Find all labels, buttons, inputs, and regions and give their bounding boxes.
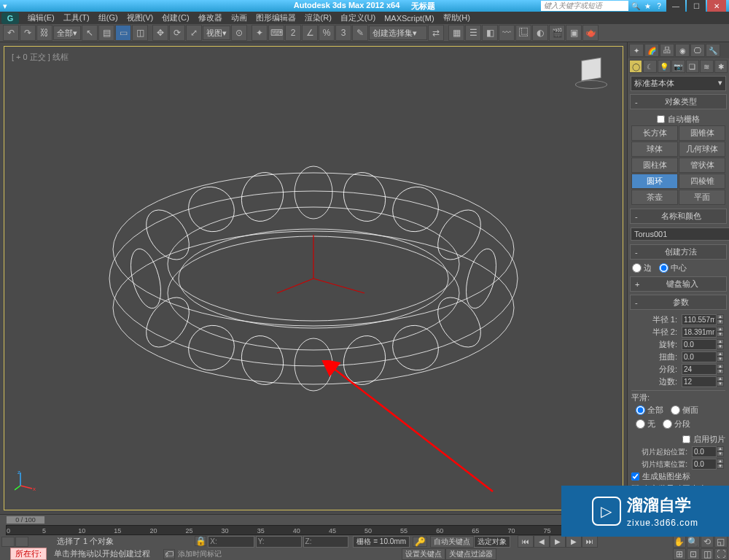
render-icon[interactable]: 🫖 (582, 25, 599, 41)
schematic-icon[interactable]: ⿺ (515, 25, 531, 41)
snap-angle-icon[interactable]: ∠ (302, 25, 318, 41)
snap-percent-icon[interactable]: % (319, 25, 335, 41)
viewport-label[interactable]: [ + 0 正交 ] 线框 (12, 52, 69, 63)
named-selection[interactable]: 创建选择集 ▾ (369, 26, 427, 40)
auto-key-button[interactable]: 自动关键点 (430, 536, 474, 548)
align-icon[interactable]: ▦ (448, 25, 464, 41)
subtab-geometry-icon[interactable]: ◯ (629, 60, 642, 73)
edit-named-sel-icon[interactable]: ✎ (352, 25, 368, 41)
slice-on-checkbox[interactable] (682, 435, 690, 443)
prim-pyramid[interactable]: 四棱锥 (679, 174, 725, 189)
next-frame-icon[interactable]: ▶ (566, 535, 582, 548)
menu-view[interactable]: 视图(V) (122, 12, 158, 23)
viewcube[interactable] (572, 54, 611, 93)
coord-y[interactable]: Y: (256, 536, 302, 548)
play-icon[interactable]: ▶ (550, 535, 566, 548)
layers-icon[interactable]: ☰ (465, 25, 481, 41)
infocenter-icon[interactable]: 🔍 (630, 1, 642, 11)
prim-cone[interactable]: 圆锥体 (679, 125, 725, 141)
nav-region-icon[interactable]: ◫ (701, 548, 714, 560)
smooth-all[interactable]: 全部 (636, 405, 663, 416)
rollout-parameters[interactable]: 参数 (630, 295, 727, 310)
menu-group[interactable]: 组(G) (94, 12, 122, 23)
move-icon[interactable]: ✥ (152, 25, 168, 41)
rollout-name-color[interactable]: 名称和颜色 (630, 209, 727, 224)
viewport[interactable]: [ + 0 正交 ] 线框 (4, 46, 623, 510)
geometry-category[interactable]: 标准基本体▾ (631, 76, 726, 91)
mirror-icon[interactable]: ⇄ (428, 25, 444, 41)
coord-x[interactable]: X: (208, 536, 254, 548)
keyboard-shortcut-icon[interactable]: ⌨ (268, 25, 284, 41)
graphite-icon[interactable]: ◧ (482, 25, 498, 41)
ref-coord-system[interactable]: 视图 ▾ (203, 26, 230, 40)
tab-create-icon[interactable]: ✦ (629, 44, 644, 57)
prim-torus[interactable]: 圆环 (631, 174, 678, 189)
search-input[interactable]: 键入关键字或短语 (541, 1, 628, 11)
key-icon[interactable]: 🔑 (413, 537, 427, 547)
menu-graph-editors[interactable]: 图形编辑器 (252, 12, 300, 23)
nav-zoom-icon[interactable]: 🔍 (687, 536, 700, 548)
select-icon[interactable]: ↖ (82, 25, 98, 41)
nav-fov-icon[interactable]: ◱ (714, 536, 728, 548)
menu-customize[interactable]: 自定义(U) (336, 12, 380, 23)
menu-render[interactable]: 渲染(R) (300, 12, 336, 23)
nav-zoom-all-icon[interactable]: ⊞ (673, 548, 686, 560)
rotation-spinner[interactable]: ▲▼ (682, 339, 724, 350)
smooth-none[interactable]: 无 (636, 419, 655, 429)
goto-end-icon[interactable]: ⏭ (582, 535, 598, 548)
menu-animation[interactable]: 动画 (227, 12, 252, 23)
minimize-button[interactable]: — (666, 0, 685, 12)
prim-tube[interactable]: 管状体 (679, 158, 725, 173)
subtab-spacewarps-icon[interactable]: ≋ (700, 60, 713, 73)
link-icon[interactable]: ⛓ (36, 25, 52, 41)
tab-hierarchy-icon[interactable]: 品 (660, 44, 674, 57)
nav-orbit-icon[interactable]: ⟲ (701, 536, 714, 548)
tab-utilities-icon[interactable]: 🔧 (706, 44, 720, 57)
prim-teapot[interactable]: 茶壶 (631, 190, 678, 205)
render-frame-icon[interactable]: ▣ (566, 25, 582, 41)
prim-box[interactable]: 长方体 (631, 125, 678, 141)
prev-frame-icon[interactable]: ◀ (534, 535, 550, 548)
manipulate-icon[interactable]: ✦ (252, 25, 268, 41)
rollout-object-type[interactable]: 对象类型 (630, 94, 727, 109)
material-editor-icon[interactable]: ◐ (532, 25, 548, 41)
scale-icon[interactable]: ⤢ (186, 25, 202, 41)
undo-icon[interactable]: ↶ (3, 25, 19, 41)
radio-center[interactable]: 中心 (659, 262, 687, 273)
star-icon[interactable]: ★ (642, 1, 653, 11)
radio-edge[interactable]: 边 (632, 262, 652, 273)
rotate-icon[interactable]: ⟳ (169, 25, 185, 41)
segments-spinner[interactable]: ▲▼ (682, 364, 724, 375)
smooth-segs[interactable]: 分段 (663, 419, 690, 429)
twist-spinner[interactable]: ▲▼ (682, 351, 724, 362)
redo-icon[interactable]: ↷ (20, 25, 36, 41)
menu-edit[interactable]: 编辑(E) (23, 12, 59, 23)
snap-2d-icon[interactable]: 2 (285, 25, 301, 41)
rollout-keyboard-entry[interactable]: 键盘输入 (630, 276, 727, 292)
sides-spinner[interactable]: ▲▼ (682, 376, 724, 387)
lock-selection-icon[interactable] (1, 537, 15, 547)
nav-zoom-extents-icon[interactable]: ⊡ (687, 548, 700, 560)
subtab-cameras-icon[interactable]: 📷 (671, 60, 685, 73)
torus-object[interactable] (95, 140, 532, 417)
prim-sphere[interactable]: 球体 (631, 141, 678, 157)
subtab-shapes-icon[interactable]: ☾ (643, 60, 656, 73)
set-key-button[interactable]: 设置关键点 (402, 548, 445, 560)
prim-geosphere[interactable]: 几何球体 (679, 141, 725, 157)
object-name-input[interactable] (631, 228, 729, 241)
nav-max-toggle-icon[interactable]: ⛶ (714, 548, 728, 560)
menu-modifiers[interactable]: 修改器 (194, 12, 227, 23)
window-crossing-icon[interactable]: ◫ (132, 25, 148, 41)
prim-plane[interactable]: 平面 (679, 190, 725, 205)
key-filters-button[interactable]: 关键点过滤器 (445, 548, 496, 560)
curve-editor-icon[interactable]: 〰 (499, 25, 515, 41)
app-logo-icon[interactable]: G (1, 12, 19, 24)
slice-to-spinner[interactable]: ▲▼ (692, 459, 724, 470)
subtab-lights-icon[interactable]: 💡 (658, 60, 671, 73)
isolate-icon[interactable] (15, 537, 28, 547)
time-slider[interactable]: 0 / 100 (6, 516, 45, 524)
select-name-icon[interactable]: ▤ (98, 25, 114, 41)
slice-from-spinner[interactable]: ▲▼ (692, 446, 724, 457)
goto-start-icon[interactable]: ⏮ (518, 535, 534, 548)
maximize-button[interactable]: ☐ (687, 0, 706, 12)
